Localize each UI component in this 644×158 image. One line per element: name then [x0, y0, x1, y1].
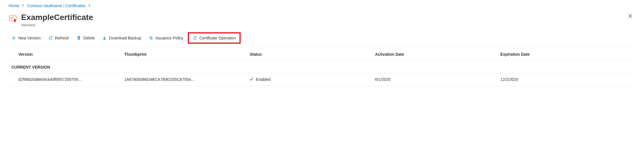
svg-point-6 [150, 37, 151, 38]
page-header: ExampleCertificate Versions [9, 13, 635, 27]
versions-table: Version Thumbprint Status Activation Dat… [9, 48, 635, 86]
download-backup-label: Download Backup [109, 36, 141, 40]
svg-point-8 [151, 38, 152, 39]
certificate-icon [9, 14, 17, 24]
new-version-label: New Version [18, 36, 41, 40]
breadcrumb: Home Contoso-Vaultname | Certificates [9, 3, 635, 8]
close-icon [628, 14, 633, 19]
close-button[interactable] [627, 13, 634, 21]
page-title: ExampleCertificate [21, 13, 93, 22]
new-version-button[interactable]: New Version [9, 34, 44, 42]
issuance-policy-label: Issuance Policy [156, 36, 183, 40]
cell-expiration: 12/2/2020 [498, 73, 635, 86]
page-subtitle: Versions [21, 23, 93, 27]
delete-button[interactable]: Delete [74, 34, 98, 42]
refresh-icon [192, 36, 197, 40]
check-icon [249, 77, 253, 82]
col-header-thumbprint[interactable]: Thumbprint [121, 48, 247, 61]
col-header-status[interactable]: Status [247, 48, 372, 61]
plus-icon [11, 36, 16, 40]
trash-icon [77, 36, 81, 40]
refresh-button[interactable]: Refresh [45, 34, 72, 42]
issuance-policy-button[interactable]: Issuance Policy [146, 34, 186, 42]
sliders-icon [149, 36, 153, 40]
cell-status: Enabled [247, 73, 372, 86]
cell-activation: 6/1/2020 [372, 73, 498, 86]
breadcrumb-home[interactable]: Home [9, 3, 19, 8]
chevron-right-icon [22, 4, 24, 8]
cell-version: d2f98920d8e04cb49f9957200709... [9, 73, 121, 86]
chevron-right-icon [88, 4, 91, 8]
col-header-activation[interactable]: Activation Date [372, 48, 498, 61]
certificate-operation-button[interactable]: Certificate Operation [190, 34, 239, 42]
refresh-icon [48, 36, 53, 40]
col-header-version[interactable]: Version [9, 48, 121, 61]
certificate-operation-label: Certificate Operation [199, 36, 236, 40]
toolbar: New Version Refresh Delete Download Back… [9, 32, 635, 48]
refresh-label: Refresh [55, 36, 69, 40]
download-backup-button[interactable]: Download Backup [99, 34, 144, 42]
section-label-current: CURRENT VERSION [9, 61, 635, 73]
cell-thumbprint: 1A67809386D4BCA7B9D205C87554... [121, 73, 247, 86]
delete-label: Delete [83, 36, 95, 40]
table-row[interactable]: d2f98920d8e04cb49f9957200709... 1A678093… [9, 73, 635, 86]
download-icon [102, 36, 107, 40]
col-header-expiration[interactable]: Expiration Date [498, 48, 635, 61]
highlight-box: Certificate Operation [188, 32, 240, 44]
status-text: Enabled [256, 77, 270, 82]
breadcrumb-vault[interactable]: Contoso-Vaultname | Certificates [27, 3, 85, 8]
